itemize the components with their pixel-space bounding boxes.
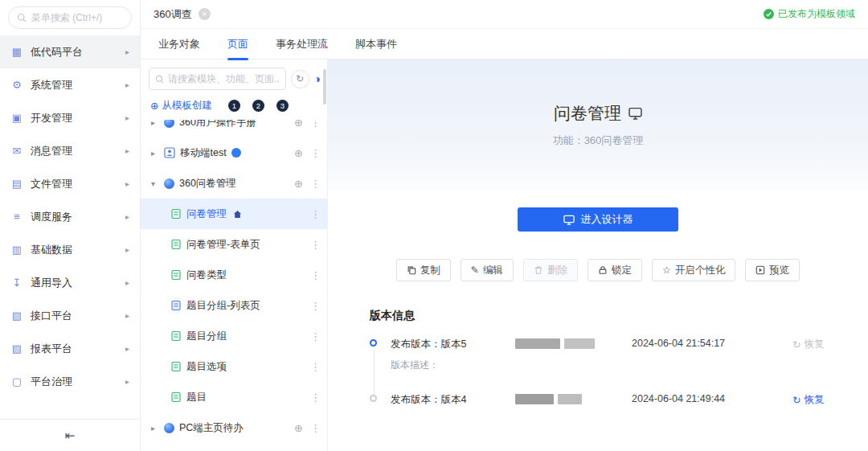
more-actions-icon[interactable]: ⋮ bbox=[310, 147, 321, 159]
enter-designer-button[interactable]: 进入设计器 bbox=[518, 207, 678, 232]
more-actions-icon[interactable]: ⋮ bbox=[310, 208, 321, 220]
sidebar-item-label: 接口平台 bbox=[31, 309, 72, 323]
caret-down-icon[interactable]: ▾ bbox=[151, 179, 159, 188]
tab-business-object[interactable]: 业务对象 bbox=[158, 29, 200, 59]
restore-icon: ↻ bbox=[792, 338, 800, 351]
plus-circle-icon: ⊕ bbox=[150, 100, 158, 112]
sidebar-item-message-mgmt[interactable]: ✉ 消息管理 ▸ bbox=[0, 134, 140, 167]
module-tabs: 业务对象 页面 事务处理流 脚本事件 bbox=[141, 29, 868, 59]
enable-personalization-button[interactable]: ☆ 开启个性化 bbox=[652, 259, 735, 281]
version-label: 发布版本：版本5 bbox=[391, 338, 515, 351]
tab-transaction-flow[interactable]: 事务处理流 bbox=[276, 29, 328, 59]
page-tree: ▸ 360用户操作手册 ⊕ ⋮ ▸ 移动端test bbox=[141, 120, 327, 451]
caret-right-icon[interactable]: ▸ bbox=[151, 424, 159, 433]
tree-item-mobile-test[interactable]: ▸ 移动端test ⊕ ⋮ bbox=[141, 137, 327, 168]
more-actions-icon[interactable]: ⋮ bbox=[310, 239, 321, 251]
tree-item-question-group[interactable]: 题目分组 ⋮ bbox=[141, 321, 327, 351]
add-page-icon[interactable]: ⊕ bbox=[294, 120, 303, 129]
file-mgmt-icon: ▤ bbox=[10, 178, 23, 190]
step-badge-3[interactable]: 3 bbox=[276, 100, 289, 112]
menu-search-input[interactable] bbox=[31, 12, 123, 23]
search-icon bbox=[17, 13, 27, 23]
add-page-icon[interactable]: ⊕ bbox=[294, 178, 303, 190]
more-actions-icon[interactable]: ⋮ bbox=[310, 269, 321, 281]
notification-badge bbox=[231, 148, 241, 158]
tree-scrollbar[interactable] bbox=[323, 69, 326, 105]
lock-icon bbox=[598, 265, 608, 275]
refresh-button[interactable]: ↻ bbox=[291, 70, 309, 88]
sidebar-item-base-data[interactable]: ▥ 基础数据 ▸ bbox=[0, 233, 140, 266]
sidebar-item-low-code-platform[interactable]: ▦ 低代码平台 ▸ bbox=[0, 35, 140, 68]
more-actions-icon[interactable]: ⋮ bbox=[310, 330, 321, 342]
version-timestamp: 2024-06-04 21:49:44 bbox=[632, 393, 792, 404]
step-badges: 1 2 3 bbox=[228, 100, 289, 112]
add-page-icon[interactable]: ⊕ bbox=[294, 147, 303, 159]
chevron-right-icon: ▸ bbox=[125, 179, 129, 188]
tree-search-input[interactable] bbox=[168, 73, 280, 84]
more-actions-icon[interactable]: ⋮ bbox=[310, 422, 321, 434]
edit-button[interactable]: ✎ 编辑 bbox=[461, 259, 514, 281]
more-actions-icon[interactable]: ⋮ bbox=[310, 300, 321, 312]
tree-item-survey-module[interactable]: ▾ 360问卷管理 ⊕ ⋮ bbox=[141, 168, 327, 199]
more-actions-icon[interactable]: ⋮ bbox=[310, 392, 321, 404]
sidebar-item-schedule-service[interactable]: ≡ 调度服务 ▸ bbox=[0, 200, 140, 233]
menu-search-box[interactable] bbox=[8, 6, 132, 29]
version-section-title: 版本信息 bbox=[370, 309, 868, 323]
delete-button[interactable]: 删除 bbox=[523, 259, 578, 281]
sidebar-item-dev-mgmt[interactable]: ▣ 开发管理 ▸ bbox=[0, 101, 140, 134]
step-badge-1[interactable]: 1 bbox=[228, 100, 240, 112]
tree-item-survey-mgmt[interactable]: 问卷管理 ⋮ bbox=[141, 199, 327, 229]
create-from-template-button[interactable]: ⊕ 从模板创建 bbox=[150, 99, 212, 113]
dev-mgmt-icon: ▣ bbox=[10, 112, 23, 124]
more-actions-icon[interactable]: ⋮ bbox=[310, 178, 321, 190]
workspace-tab-label: 360调查 bbox=[154, 7, 192, 22]
sidebar-item-platform-governance[interactable]: ▢ 平台治理 ▸ bbox=[0, 365, 140, 398]
tree-item-survey-type[interactable]: 问卷类型 ⋮ bbox=[141, 260, 327, 290]
tree-item-user-manual[interactable]: ▸ 360用户操作手册 ⊕ ⋮ bbox=[141, 120, 327, 137]
trash-icon bbox=[534, 265, 543, 275]
tree-item-question-group-list[interactable]: 题目分组-列表页 ⋮ bbox=[141, 290, 327, 321]
restore-button[interactable]: ↻ 恢复 bbox=[792, 338, 868, 351]
tree-item-survey-form-page[interactable]: 问卷管理-表单页 ⋮ bbox=[141, 229, 327, 260]
monitor-icon bbox=[628, 107, 642, 120]
tree-item-pc-home-todo[interactable]: ▸ PC端主页待办 ⊕ ⋮ bbox=[141, 412, 327, 443]
add-page-icon[interactable]: ⊕ bbox=[294, 422, 303, 434]
sidebar-item-api-platform[interactable]: ▧ 接口平台 ▸ bbox=[0, 299, 140, 332]
platform-governance-icon: ▢ bbox=[10, 375, 23, 387]
preview-button[interactable]: 预览 bbox=[745, 259, 800, 281]
sidebar-collapse-button[interactable]: ⇤ bbox=[0, 419, 140, 451]
restore-button[interactable]: ↻ 恢复 bbox=[792, 393, 868, 407]
create-from-template-label: 从模板创建 bbox=[162, 99, 212, 113]
collapse-panel-icon[interactable]: ◑ bbox=[314, 72, 321, 85]
tree-item-label: 360用户操作手册 bbox=[179, 120, 256, 129]
lock-button[interactable]: 锁定 bbox=[588, 259, 642, 281]
chevron-right-icon: ▸ bbox=[125, 146, 129, 155]
tab-label: 业务对象 bbox=[158, 37, 200, 51]
tab-script-event[interactable]: 脚本事件 bbox=[355, 29, 397, 59]
more-actions-icon[interactable]: ⋮ bbox=[310, 120, 321, 129]
sidebar-item-file-mgmt[interactable]: ▤ 文件管理 ▸ bbox=[0, 167, 140, 200]
tab-page[interactable]: 页面 bbox=[227, 29, 248, 59]
step-badge-2[interactable]: 2 bbox=[252, 100, 264, 112]
workspace-tab[interactable]: 360调查 × bbox=[154, 7, 211, 22]
version-label: 发布版本：版本4 bbox=[391, 393, 515, 407]
page-doc-icon bbox=[170, 330, 182, 342]
star-icon: ☆ bbox=[662, 264, 671, 276]
caret-right-icon[interactable]: ▸ bbox=[151, 120, 159, 127]
caret-right-icon[interactable]: ▸ bbox=[151, 149, 159, 158]
close-icon[interactable]: × bbox=[199, 8, 211, 20]
more-actions-icon[interactable]: ⋮ bbox=[310, 361, 321, 373]
message-mgmt-icon: ✉ bbox=[10, 145, 23, 157]
restore-label: 恢复 bbox=[804, 393, 824, 407]
copy-button[interactable]: 复制 bbox=[396, 259, 451, 281]
sidebar-item-label: 基础数据 bbox=[31, 243, 72, 257]
tree-item-question[interactable]: 题目 ⋮ bbox=[141, 382, 327, 412]
page-hero: 问卷管理 功能：360问卷管理 bbox=[328, 59, 868, 190]
sidebar-item-general-import[interactable]: ↧ 通用导入 ▸ bbox=[0, 266, 140, 299]
sidebar-item-label: 低代码平台 bbox=[31, 45, 83, 59]
redacted-text bbox=[515, 394, 554, 404]
sidebar-item-report-platform[interactable]: ▨ 报表平台 ▸ bbox=[0, 332, 140, 365]
tree-item-question-option[interactable]: 题目选项 ⋮ bbox=[141, 351, 327, 382]
sidebar-item-system-mgmt[interactable]: ⚙ 系统管理 ▸ bbox=[0, 68, 140, 101]
tree-search-box[interactable] bbox=[149, 68, 286, 90]
